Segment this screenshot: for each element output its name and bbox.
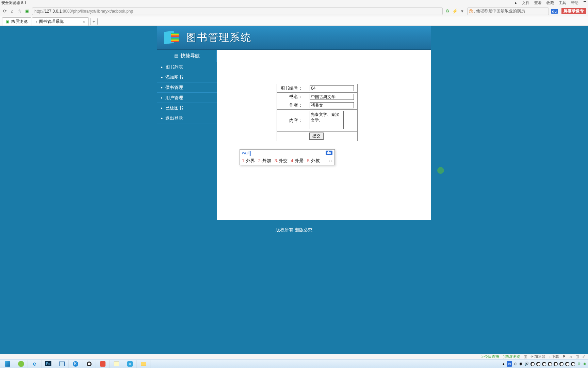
status-live[interactable]: ▷今日直播 — [481, 354, 499, 359]
url-input[interactable]: http://127.0.0.1:8080/php/libraryxt/libr… — [32, 7, 443, 15]
tray-qq3[interactable] — [541, 361, 547, 367]
tray-qq7[interactable] — [565, 361, 570, 367]
sidebar-item-booklist[interactable]: 图书列表 — [157, 62, 217, 72]
tray-qq6[interactable] — [559, 361, 564, 367]
download-icon: ↓ — [549, 355, 551, 359]
ime-popup: wai'j du 1.外界 2.外加 3.外交 4.外景 5.外教 ‹› — [240, 149, 335, 165]
sidebar-item-users[interactable]: 用户管理 — [157, 93, 217, 103]
sidebar-item-borrow[interactable]: 借书管理 — [157, 82, 217, 93]
tray-alarm-icon[interactable]: ◉ — [518, 361, 524, 367]
status-accel[interactable]: ✈加速器 — [530, 354, 545, 359]
taskbar-yun[interactable]: ∞ — [123, 360, 137, 368]
ime-typed-text: wai'j — [242, 150, 326, 156]
menu-caret[interactable]: ▸ — [515, 1, 517, 5]
ime-candidate-3[interactable]: 3.外交 — [275, 158, 288, 164]
eco-icon[interactable]: ♻ — [445, 9, 450, 14]
book-name-input[interactable] — [310, 94, 354, 100]
app-title: 图书管理系统 — [186, 31, 251, 45]
tray-vol-icon[interactable]: 🔊 — [524, 361, 529, 367]
book-name-label: 书名： — [277, 93, 306, 101]
menu-file[interactable]: 文件 — [522, 0, 529, 5]
browser-statusbar: ▷今日直播 ▯跨屏浏览 ◫ ✈加速器 ↓下载 ⚑ ♫ ◫ ⤢ — [0, 354, 588, 359]
menu-view[interactable]: 查看 — [534, 0, 542, 5]
status-ext-icon[interactable]: ◫ — [524, 354, 527, 359]
phone-icon: ▯ — [503, 354, 505, 359]
url-port: :8080 — [62, 9, 72, 14]
tray-qq4[interactable] — [547, 361, 553, 367]
menu-ham-icon[interactable]: ☰ — [583, 1, 587, 5]
list-icon: ▤ — [174, 53, 179, 59]
menu-tools[interactable]: 工具 — [559, 0, 566, 5]
taskbar-kugou[interactable]: K — [69, 360, 82, 368]
url-path: /php/libraryxt/libraryxt/adbook.php — [72, 9, 133, 14]
taskbar-red[interactable] — [96, 360, 110, 368]
menu-help[interactable]: 帮助 — [571, 0, 578, 5]
sidebar: ▤ 快捷导航 图书列表 添加图书 借书管理 用户管理 已还图书 退出登录 — [157, 50, 217, 220]
search-input[interactable]: Q , 他堪称是中国最敬业的演员 — [467, 7, 549, 15]
app-logo-icon — [164, 30, 180, 45]
bolt-icon[interactable]: ⚡ — [452, 9, 458, 14]
status-zoom-icon[interactable]: ⤢ — [582, 354, 585, 359]
ime-candidate-2[interactable]: 2.外加 — [258, 158, 271, 164]
tab-icon: ▣ — [6, 19, 9, 24]
ime-next-icon[interactable]: › — [331, 159, 332, 163]
status-download[interactable]: ↓下载 — [549, 354, 559, 359]
url-prefix: http:// — [34, 9, 45, 14]
menu-fav[interactable]: 收藏 — [546, 0, 554, 5]
home-icon[interactable]: ⌂ — [10, 9, 15, 14]
sidebar-header: ▤ 快捷导航 — [157, 50, 217, 62]
author-input[interactable] — [310, 102, 354, 108]
sidebar-item-addbook[interactable]: 添加图书 — [157, 72, 217, 82]
address-bar: ⟳ ⌂ ☆ ▣ http://127.0.0.1:8080/php/librar… — [0, 6, 588, 16]
taskbar-ie[interactable]: e — [28, 360, 42, 368]
status-flag-icon[interactable]: ⚑ — [562, 354, 566, 359]
tray-qq8[interactable] — [570, 361, 576, 367]
tray-net-icon[interactable]: ⊕ — [576, 361, 582, 367]
book-id-input[interactable] — [310, 85, 354, 91]
status-mute-icon[interactable]: ♫ — [569, 355, 572, 359]
reload-icon[interactable]: ⟳ — [2, 9, 7, 14]
sidebar-item-logout[interactable]: 退出登录 — [157, 113, 217, 123]
du-badge[interactable]: du — [551, 9, 558, 14]
ime-du-badge: du — [326, 151, 332, 155]
status-cross[interactable]: ▯跨屏浏览 — [503, 354, 520, 359]
taskbar-note[interactable] — [110, 360, 123, 368]
taskbar-monitor[interactable] — [55, 360, 69, 368]
add-book-form: 图书编号： 书名： 作者： 内容： 先秦文学、秦汉文学、 — [277, 84, 358, 141]
ime-prev-icon[interactable]: ‹ — [329, 159, 330, 163]
tray-up-icon[interactable]: ▴ — [501, 361, 506, 367]
ime-candidate-1[interactable]: 1.外界 — [242, 158, 255, 164]
tab-crossscreen[interactable]: ▣ 跨屏浏览 — [2, 17, 31, 26]
taskbar-qq[interactable] — [82, 360, 96, 368]
screen-record-badge[interactable]: 屏幕录像专 — [561, 8, 586, 14]
tray-qq5[interactable] — [553, 361, 558, 367]
taskbar-explorer[interactable] — [137, 360, 150, 368]
tray-shield-icon[interactable]: ◈ — [582, 361, 587, 367]
tray-qq2[interactable] — [536, 361, 541, 367]
author-label: 作者： — [277, 101, 306, 110]
content-area: 图书编号： 书名： 作者： 内容： 先秦文学、秦汉文学、 — [217, 50, 431, 220]
tab-add-button[interactable]: + — [90, 18, 98, 25]
search-placeholder: 他堪称是中国最敬业的演员 — [476, 8, 525, 14]
ime-candidate-4[interactable]: 4.外景 — [291, 158, 304, 164]
status-dual-icon[interactable]: ◫ — [575, 354, 579, 359]
shield-icon: ▣ — [24, 9, 30, 14]
star-icon[interactable]: ☆ — [17, 9, 22, 14]
tray-qq1[interactable] — [530, 361, 535, 367]
tab-library[interactable]: ▫ 图书管理系统 × — [32, 17, 89, 26]
submit-button[interactable]: 提交 — [309, 133, 324, 140]
taskbar-360[interactable] — [14, 360, 28, 368]
tray-du-icon[interactable]: du — [507, 361, 512, 367]
sidebar-item-returned[interactable]: 已还图书 — [157, 103, 217, 113]
taskbar-start[interactable] — [1, 360, 14, 368]
browser-titlebar: 安全浏览器 8.1 ▸ 文件 查看 收藏 工具 帮助 ☰ — [0, 0, 588, 6]
tray-sq-icon[interactable]: ◇ — [512, 361, 518, 367]
file-icon: ▫ — [36, 19, 37, 24]
ime-candidate-5[interactable]: 5.外教 — [307, 158, 320, 164]
dropdown-icon[interactable]: ▾ — [460, 9, 465, 14]
taskbar-ps[interactable]: Ps — [42, 360, 55, 368]
close-icon[interactable]: × — [83, 20, 85, 24]
browser-title: 安全浏览器 8.1 — [1, 0, 26, 5]
content-textarea[interactable]: 先秦文学、秦汉文学、 — [310, 111, 344, 129]
page-viewport: 图书管理系统 ▤ 快捷导航 图书列表 添加图书 借书管理 用户管理 已还图书 退… — [0, 26, 588, 354]
